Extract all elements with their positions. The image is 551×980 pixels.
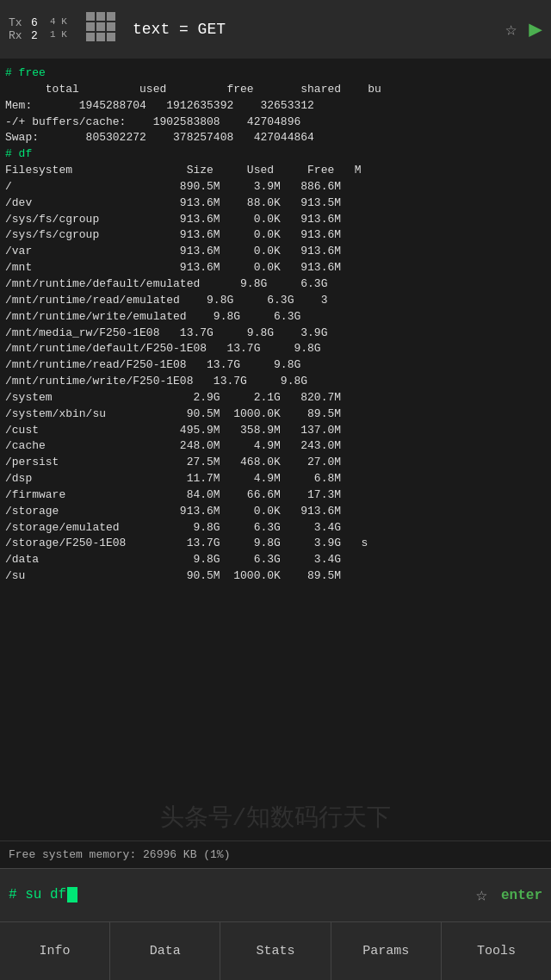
- status-bar: Free system memory: 26996 KB (1%): [0, 840, 551, 868]
- terminal-line: /cache 248.0M 4.9M 243.0M: [5, 438, 546, 455]
- page-title: text = GET: [133, 21, 497, 38]
- input-actions: ☆ enter: [476, 884, 542, 907]
- terminal-line: / 890.5M 3.9M 886.6M: [5, 179, 546, 195]
- terminal-line: /mnt/runtime/read/F250-1E08 13.7G 9.8G: [5, 357, 546, 374]
- rx-unit: 1 K: [50, 29, 74, 42]
- terminal-line: # free: [5, 65, 546, 82]
- terminal-line: /system/xbin/su 90.5M 1000.0K 89.5M: [5, 406, 546, 423]
- bookmark-icon[interactable]: ☆: [505, 18, 517, 41]
- terminal-line: Filesystem Size Used Free M: [5, 163, 546, 179]
- enter-button[interactable]: enter: [501, 888, 542, 903]
- nav-item-info[interactable]: Info: [0, 922, 110, 980]
- terminal-line: /storage 913.6M 0.0K 913.6M: [5, 504, 546, 520]
- network-stats: Tx 6 4 K Rx 2 1 K: [9, 16, 74, 42]
- terminal-line: Swap: 805302272 378257408 427044864: [5, 130, 546, 146]
- grid-icon[interactable]: [86, 12, 121, 47]
- terminal-line: /storage/F250-1E08 13.7G 9.8G 3.9G s: [5, 536, 546, 552]
- terminal-line: Mem: 1945288704 1912635392 32653312: [5, 98, 546, 115]
- nav-item-data[interactable]: Data: [110, 922, 220, 980]
- rx-count: 2: [31, 29, 45, 42]
- terminal-line: /dsp 11.7M 4.9M 6.8M: [5, 471, 546, 487]
- terminal-line: /mnt/media_rw/F250-1E08 13.7G 9.8G 3.9G: [5, 326, 546, 342]
- terminal-line: /cust 495.9M 358.9M 137.0M: [5, 423, 546, 439]
- terminal-line: /su 90.5M 1000.0K 89.5M: [5, 568, 546, 585]
- terminal-line: /dev 913.6M 88.0K 913.5M: [5, 195, 546, 212]
- terminal-line: /var 913.6M 0.0K 913.6M: [5, 244, 546, 260]
- terminal-line: /persist 27.5M 468.0K 27.0M: [5, 455, 546, 471]
- terminal-line: /mnt/runtime/default/F250-1E08 13.7G 9.8…: [5, 341, 546, 357]
- terminal-line: /storage/emulated 9.8G 6.3G 3.4G: [5, 520, 546, 537]
- terminal-line: total used free shared bu: [5, 82, 546, 98]
- terminal-line: /sys/fs/cgroup 913.6M 0.0K 913.6M: [5, 212, 546, 228]
- terminal-line: -/+ buffers/cache: 1902583808 42704896: [5, 115, 546, 131]
- terminal-line: # df: [5, 146, 546, 163]
- cursor: [67, 887, 77, 902]
- terminal-line: /sys/fs/cgroup 913.6M 0.0K 913.6M: [5, 227, 546, 244]
- terminal-line: /data 9.8G 6.3G 3.4G: [5, 552, 546, 568]
- tx-label: Tx: [9, 16, 26, 29]
- terminal-line: /mnt/runtime/default/emulated 9.8G 6.3G: [5, 276, 546, 293]
- top-bar: Tx 6 4 K Rx 2 1 K text = GET ☆ ▶: [0, 0, 551, 59]
- nav-item-tools[interactable]: Tools: [442, 922, 551, 980]
- memory-status: Free system memory: 26996 KB (1%): [9, 848, 230, 861]
- bottom-nav: InfoDataStatsParamsTools: [0, 921, 551, 980]
- top-bar-actions: ☆ ▶: [505, 16, 542, 43]
- input-bar[interactable]: # su df ☆ enter: [0, 868, 551, 921]
- terminal-line: /mnt 913.6M 0.0K 913.6M: [5, 260, 546, 276]
- terminal-line: /mnt/runtime/write/emulated 9.8G 6.3G: [5, 309, 546, 326]
- terminal-output: # free total used free shared buMem: 194…: [0, 59, 551, 840]
- rx-label: Rx: [9, 29, 26, 42]
- nav-item-params[interactable]: Params: [331, 922, 442, 980]
- terminal-line: /firmware 84.0M 66.6M 17.3M: [5, 487, 546, 504]
- favorite-icon[interactable]: ☆: [476, 884, 487, 907]
- terminal-line: /mnt/runtime/read/emulated 9.8G 6.3G 3: [5, 293, 546, 309]
- nav-item-stats[interactable]: Stats: [220, 922, 331, 980]
- terminal-line: /mnt/runtime/write/F250-1E08 13.7G 9.8G: [5, 374, 546, 390]
- tx-unit: 4 K: [50, 16, 74, 29]
- command-prompt: # su df: [9, 887, 77, 902]
- run-icon[interactable]: ▶: [529, 16, 542, 43]
- terminal-line: /system 2.9G 2.1G 820.7M: [5, 390, 546, 406]
- tx-count: 6: [31, 16, 45, 29]
- prompt-text: # su df: [9, 888, 66, 903]
